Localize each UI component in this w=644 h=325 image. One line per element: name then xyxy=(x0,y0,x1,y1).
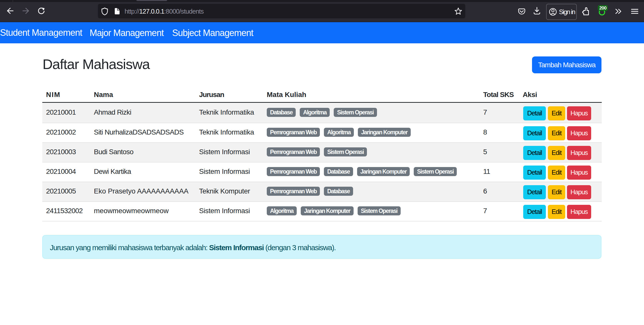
svg-text:200: 200 xyxy=(599,5,607,11)
